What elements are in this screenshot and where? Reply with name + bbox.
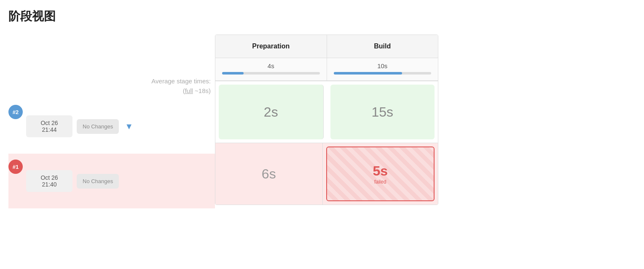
data-row-1: 6s 5s failed <box>215 143 438 205</box>
run-row-1: #1 Oct 26 21:40 No Changes <box>8 154 215 208</box>
cell-failed-label: failed <box>373 179 388 185</box>
run-date-1: Oct 26 <box>32 174 67 181</box>
run-row-2: #2 Oct 26 21:44 No Changes ▼ <box>8 99 215 154</box>
run-badge-1: #1 <box>8 160 23 174</box>
data-row-2: 2s 15s <box>215 81 438 143</box>
progress-bar-preparation-fill <box>222 72 244 75</box>
page-title: 阶段视图 <box>8 8 636 24</box>
avg-time-build: 10s <box>334 62 432 69</box>
avg-cell-build: 10s <box>327 58 438 80</box>
avg-time-preparation: 4s <box>222 62 320 69</box>
run-info-1: Oct 26 21:40 <box>26 170 72 192</box>
run-date-2: Oct 26 <box>32 120 67 126</box>
data-rows: 2s 15s 6s 5s failed <box>215 81 438 205</box>
stages-header: Preparation Build <box>215 35 438 58</box>
progress-bar-build-bg <box>334 72 432 75</box>
run-rows: #2 Oct 26 21:44 No Changes ▼ #1 Oct 26 2… <box>8 99 215 208</box>
cell-preparation-2: 2s <box>219 85 324 139</box>
average-label: Average stage times:(full ~18s) <box>8 35 215 96</box>
cell-failed-time: 5s <box>373 163 388 179</box>
progress-bar-preparation-bg <box>222 72 320 75</box>
progress-bar-build-fill <box>334 72 402 75</box>
stage-header-preparation: Preparation <box>215 35 327 58</box>
avg-row: 4s 10s <box>215 58 438 81</box>
cell-build-1: 5s failed <box>326 146 435 201</box>
no-changes-1: No Changes <box>77 174 119 189</box>
run-time-1: 21:40 <box>32 181 67 188</box>
download-icon-2: ▼ <box>125 122 133 131</box>
run-info-2: Oct 26 21:44 <box>26 115 72 137</box>
cell-failed-inner: 5s failed <box>373 163 388 185</box>
stages-table: Preparation Build 4s 10s 2s <box>215 35 438 205</box>
no-changes-2: No Changes <box>77 119 119 134</box>
stage-header-build: Build <box>327 35 438 58</box>
avg-cell-preparation: 4s <box>215 58 327 80</box>
cell-preparation-1: 6s <box>215 143 323 205</box>
run-badge-2: #2 <box>8 105 23 119</box>
cell-build-2: 15s <box>330 85 435 139</box>
run-time-2: 21:44 <box>32 126 67 133</box>
